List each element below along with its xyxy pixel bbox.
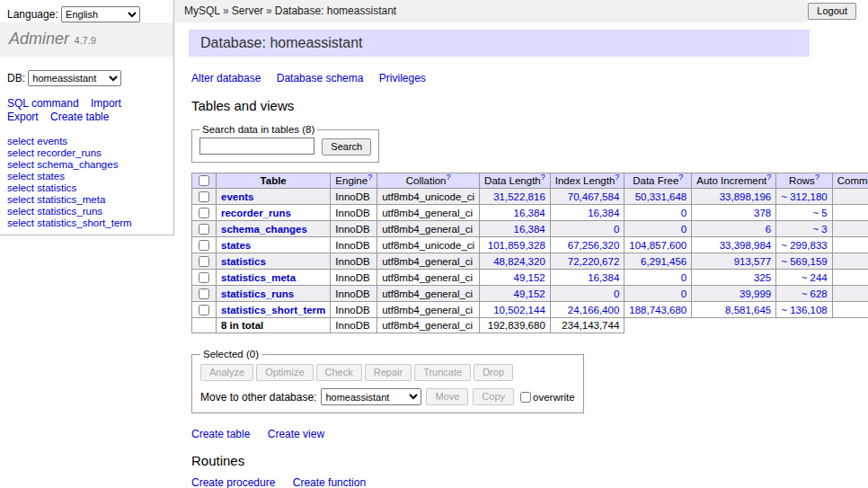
rows-count-link[interactable]: ~ 299,833 [781,240,827,251]
sidebar-action-link[interactable]: Import [91,97,121,110]
data-free-link[interactable]: 6,291,456 [641,256,686,267]
table-name-link[interactable]: statistics_short_term [221,305,325,315]
sidebar-table-link[interactable]: select statistics_short_term [7,217,166,229]
table-name-link[interactable]: statistics [221,256,266,267]
index-length-link[interactable]: 72,220,672 [568,256,620,267]
db-action-link[interactable]: Database schema [277,72,364,84]
help-link[interactable]: ? [368,173,372,182]
table-name-link[interactable]: statistics_runs [221,288,294,299]
table-name-link[interactable]: schema_changes [221,224,307,235]
table-name-link[interactable]: statistics_meta [221,272,296,283]
sidebar-table-link[interactable]: select statistics_runs [7,206,166,217]
sidebar-action-link[interactable]: Create table [50,111,109,123]
sidebar-action-link[interactable]: SQL command [7,97,79,110]
sidebar-table-link[interactable]: select recorder_runs [7,147,166,159]
create-link[interactable]: Create view [268,428,324,440]
create-link[interactable]: Create procedure [191,476,275,488]
row-checkbox[interactable] [199,191,209,202]
sidebar-table-link[interactable]: select states [7,171,166,182]
breadcrumb-link[interactable]: Server [232,4,263,17]
data-free-link[interactable]: 0 [681,224,686,235]
auto-increment-link[interactable]: 33,398,984 [720,240,772,251]
sidebar-action-link[interactable]: Export [7,111,39,123]
rows-count-link[interactable]: ~ 244 [802,272,828,283]
copy-button[interactable]: Copy [473,388,514,405]
rows-count-link[interactable]: ~ 3 [812,224,827,235]
logout-button[interactable]: Logout [808,3,856,20]
create-link[interactable]: Create function [293,476,366,488]
repair-button[interactable]: Repair [365,364,412,381]
breadcrumb-link[interactable]: MySQL [184,4,220,17]
auto-increment-link[interactable]: 913,577 [734,256,772,267]
help-link[interactable]: ? [766,173,771,182]
row-checkbox[interactable] [199,256,209,267]
auto-increment-link[interactable]: 39,999 [740,288,771,299]
data-length-link[interactable]: 101,859,328 [488,240,545,251]
db-select[interactable]: homeassistant [28,70,121,86]
auto-increment-link[interactable]: 325 [754,272,771,283]
help-link[interactable]: ? [615,173,619,182]
table-name-link[interactable]: events [221,191,253,202]
row-checkbox[interactable] [199,240,209,251]
data-length-link[interactable]: 16,384 [514,208,545,218]
data-free-link[interactable]: 0 [681,208,686,218]
db-action-link[interactable]: Alter database [191,72,261,84]
db-action-link[interactable]: Privileges [379,72,426,84]
index-length-link[interactable]: 16,384 [588,208,619,218]
data-length-link[interactable]: 16,384 [514,224,545,235]
sidebar-table-link[interactable]: select events [7,136,166,147]
sidebar-table-link[interactable]: select statistics_meta [7,194,166,206]
table-name-link[interactable]: recorder_runs [221,208,291,218]
sidebar-table-link[interactable]: select schema_changes [7,159,166,171]
overwrite-checkbox[interactable] [520,392,531,403]
sidebar-table-link[interactable]: select statistics [7,182,166,194]
table-name-link[interactable]: states [221,240,251,251]
row-checkbox[interactable] [199,208,209,218]
check-button[interactable]: Check [316,364,362,381]
rows-count-link[interactable]: ~ 5 [812,208,827,218]
data-free-link[interactable]: 188,743,680 [629,305,686,315]
data-length-link[interactable]: 48,824,320 [493,256,545,267]
language-select[interactable]: English [61,6,140,22]
data-free-link[interactable]: 0 [681,272,686,283]
analyze-button[interactable]: Analyze [200,364,253,381]
index-length-link[interactable]: 0 [614,288,619,299]
rows-count-link[interactable]: ~ 136,108 [781,305,827,315]
optimize-button[interactable]: Optimize [256,364,313,381]
drop-button[interactable]: Drop [474,364,513,381]
rows-count-link[interactable]: ~ 628 [802,288,828,299]
rows-count-link[interactable]: ~ 312,180 [781,191,827,202]
select-all-checkbox[interactable] [199,175,209,186]
row-checkbox[interactable] [199,224,209,235]
create-link[interactable]: Create table [191,428,250,440]
auto-increment-link[interactable]: 378 [754,208,771,218]
help-link[interactable]: ? [678,173,683,182]
move-button[interactable]: Move [426,388,468,405]
data-length-link[interactable]: 10,502,144 [493,305,545,315]
move-db-select[interactable]: homeassistant [321,388,421,405]
data-length-link[interactable]: 49,152 [514,272,545,283]
data-length-link[interactable]: 31,522,816 [493,191,545,202]
index-length-link[interactable]: 70,467,584 [568,191,620,202]
help-link[interactable]: ? [541,173,545,182]
data-length-link[interactable]: 49,152 [514,288,545,299]
data-free-link[interactable]: 0 [681,288,686,299]
row-checkbox[interactable] [199,272,209,283]
data-free-link[interactable]: 104,857,600 [629,240,686,251]
index-length-link[interactable]: 16,384 [588,272,619,283]
truncate-button[interactable]: Truncate [414,364,471,381]
row-checkbox[interactable] [199,288,209,299]
search-button[interactable]: Search [322,138,371,155]
help-link[interactable]: ? [815,173,819,182]
rows-count-link[interactable]: ~ 569,159 [781,256,827,267]
search-input[interactable] [199,138,314,155]
auto-increment-link[interactable]: 33,898,196 [720,191,772,202]
index-length-link[interactable]: 67,256,320 [568,240,620,251]
index-length-link[interactable]: 0 [614,224,619,235]
row-checkbox[interactable] [199,305,209,315]
data-free-link[interactable]: 50,331,648 [635,191,687,202]
index-length-link[interactable]: 24,166,400 [568,305,620,315]
help-link[interactable]: ? [446,173,450,182]
auto-increment-link[interactable]: 8,581,645 [725,305,771,315]
auto-increment-link[interactable]: 6 [766,224,771,235]
